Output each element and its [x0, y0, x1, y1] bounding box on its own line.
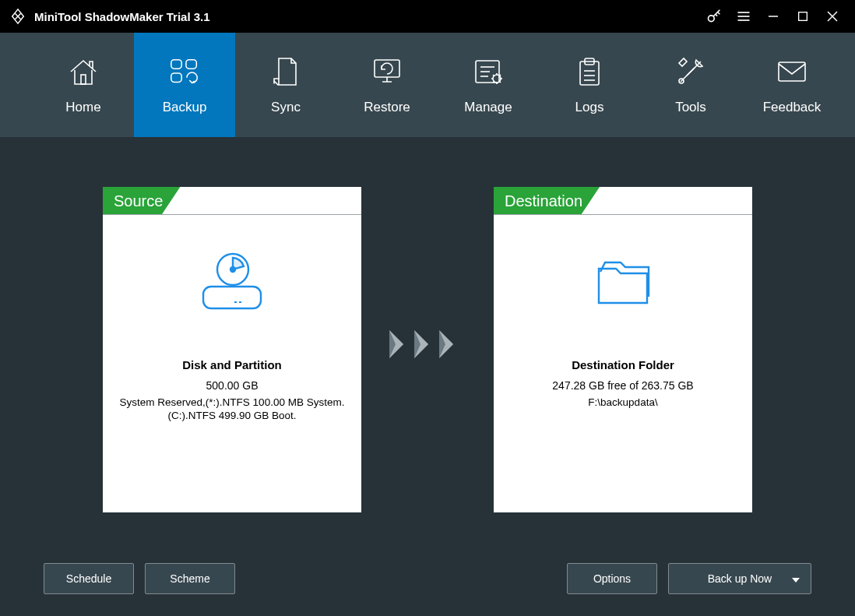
destination-tab-label: Destination	[494, 187, 600, 215]
nav-label: Feedback	[763, 100, 822, 115]
maximize-button[interactable]	[788, 0, 818, 33]
nav-manage[interactable]: Manage	[438, 33, 539, 137]
schedule-button[interactable]: Schedule	[44, 563, 134, 594]
svg-rect-11	[171, 73, 181, 82]
nav-label: Home	[65, 100, 100, 115]
svg-rect-10	[186, 60, 196, 69]
svg-rect-25	[203, 287, 261, 308]
app-logo-icon	[8, 6, 28, 26]
sync-icon	[269, 55, 303, 89]
titlebar: MiniTool ShadowMaker Trial 3.1	[0, 0, 855, 33]
nav-home[interactable]: Home	[33, 33, 134, 137]
folder-icon	[588, 249, 658, 315]
minimize-button[interactable]	[758, 0, 788, 33]
nav-sync[interactable]: Sync	[235, 33, 336, 137]
destination-path: F:\backupdata\	[588, 396, 657, 408]
nav-label: Manage	[464, 100, 512, 115]
main-area: Source Disk and Partition 500.00 GB Syst…	[0, 137, 855, 616]
backup-icon	[167, 55, 202, 89]
home-icon	[66, 55, 100, 89]
scheme-button[interactable]: Scheme	[145, 563, 235, 594]
manage-icon	[471, 55, 505, 89]
nav-logs[interactable]: Logs	[539, 33, 640, 137]
tools-icon	[674, 55, 708, 89]
app-title: MiniTool ShadowMaker Trial 3.1	[34, 10, 210, 23]
svg-rect-5	[799, 12, 808, 21]
svg-point-28	[230, 267, 235, 272]
nav-label: Restore	[364, 100, 410, 115]
menu-icon[interactable]	[729, 0, 758, 33]
backup-now-button[interactable]: Back up Now	[668, 563, 811, 594]
nav-restore[interactable]: Restore	[336, 33, 438, 137]
backup-now-label: Back up Now	[708, 572, 772, 585]
source-detail-2: (C:).NTFS 499.90 GB Boot.	[167, 410, 296, 421]
close-button[interactable]	[818, 0, 847, 33]
nav-label: Sync	[271, 100, 301, 115]
restore-icon	[370, 55, 404, 89]
svg-point-0	[708, 16, 714, 22]
svg-rect-9	[171, 60, 181, 69]
svg-rect-24	[779, 62, 805, 81]
destination-free: 247.28 GB free of 263.75 GB	[552, 379, 693, 392]
svg-rect-8	[81, 75, 86, 84]
direction-chevrons-icon	[361, 327, 494, 361]
source-card[interactable]: Source Disk and Partition 500.00 GB Syst…	[103, 187, 361, 512]
nav-label: Tools	[675, 100, 706, 115]
nav-backup[interactable]: Backup	[134, 33, 235, 137]
destination-title: Destination Folder	[572, 358, 674, 371]
key-icon[interactable]	[699, 0, 729, 33]
bottom-bar: Schedule Scheme Options Back up Now	[0, 563, 855, 594]
source-detail-1: System Reserved,(*:).NTFS 100.00 MB Syst…	[120, 396, 345, 408]
nav-tools[interactable]: Tools	[640, 33, 741, 137]
options-button[interactable]: Options	[567, 563, 657, 594]
nav-label: Logs	[575, 100, 604, 115]
feedback-icon	[775, 55, 809, 89]
navbar: Home Backup Sync	[0, 33, 855, 137]
nav-label: Backup	[163, 100, 207, 115]
disk-icon	[197, 249, 267, 315]
dropdown-caret-icon	[792, 572, 800, 585]
source-tab-label: Source	[103, 187, 180, 215]
source-title: Disk and Partition	[182, 358, 282, 371]
destination-card[interactable]: Destination Destination Folder 247.28 GB…	[494, 187, 752, 512]
logs-icon	[572, 55, 607, 89]
source-size: 500.00 GB	[206, 379, 259, 392]
nav-feedback[interactable]: Feedback	[741, 33, 843, 137]
